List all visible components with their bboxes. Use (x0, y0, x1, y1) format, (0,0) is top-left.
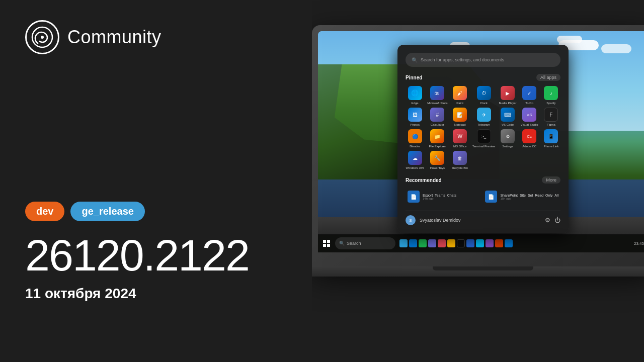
release-date: 11 октября 2024 (25, 286, 287, 302)
blender-icon: 🔵 (408, 129, 422, 143)
list-item[interactable]: ♪ Spotify (542, 86, 560, 105)
figma-icon: F (544, 108, 558, 122)
footer-icons: ⚙ ⏻ (545, 217, 560, 224)
right-panel: 🔍 Search for apps, settings, and documen… (312, 0, 644, 362)
list-item[interactable]: ✈ Telegram (472, 108, 496, 126)
taskbar-search[interactable]: 🔍 Search (335, 237, 395, 249)
list-item[interactable]: 🛍 Microsoft Store (427, 86, 447, 105)
recommended-grid: 📄 Export_Teams_Chats 14h ago 📄 SharePoin… (406, 189, 560, 205)
list-item[interactable]: 🔧 PowerToys (427, 151, 447, 169)
phone-icon: 📱 (544, 129, 558, 143)
user-avatar: S (406, 215, 416, 225)
edge-icon: 🌐 (408, 86, 422, 100)
taskbar-icon[interactable] (495, 239, 503, 247)
list-item[interactable]: 🖌 Paint (451, 86, 469, 105)
list-item[interactable]: Cc Adobe CC (520, 129, 539, 148)
list-item[interactable]: 🌐 Edge (406, 86, 424, 105)
pinned-grid: 🌐 Edge 🛍 Microsoft Store 🖌 Paint ⏱ (406, 86, 560, 169)
list-item[interactable]: 🔵 Blender (406, 129, 424, 148)
taskbar-icon[interactable] (419, 239, 427, 247)
terminal-icon: >_ (477, 129, 491, 143)
all-apps-link[interactable]: All apps (536, 74, 560, 81)
taskbar-pinned-icons (399, 239, 513, 247)
store-icon: 🛍 (430, 86, 444, 100)
vs-icon: VS (522, 108, 536, 122)
list-item[interactable]: VS Visual Studio (520, 108, 539, 126)
taskbar-icon[interactable] (438, 239, 446, 247)
taskbar-start-button[interactable] (322, 239, 331, 248)
tag-release: ge_release (70, 202, 144, 221)
list-item[interactable]: ⚙ Settings (498, 129, 517, 148)
list-item[interactable]: ⌨ VS Code (498, 108, 517, 126)
svg-rect-3 (327, 240, 330, 243)
start-menu: 🔍 Search for apps, settings, and documen… (397, 45, 569, 233)
version-number: 26120.2122 (25, 233, 287, 278)
rec-sharepoint-icon: 📄 (485, 191, 497, 203)
taskbar-icon[interactable] (476, 239, 484, 247)
taskbar-icon[interactable] (486, 239, 494, 247)
spotify-icon: ♪ (544, 86, 558, 100)
clock-icon: ⏱ (477, 86, 491, 100)
list-item[interactable]: 🖼 Photos (406, 108, 424, 126)
list-item[interactable]: 📄 Export_Teams_Chats 14h ago (406, 189, 480, 205)
more-link[interactable]: More (542, 176, 560, 184)
laptop-mockup: 🔍 Search for apps, settings, and documen… (312, 25, 644, 317)
taskbar-icon[interactable] (447, 239, 455, 247)
laptop-body: 🔍 Search for apps, settings, and documen… (312, 25, 644, 266)
list-item[interactable]: ⏱ Clock (472, 86, 496, 105)
list-item[interactable]: F Figma (542, 108, 560, 126)
start-search-bar[interactable]: 🔍 Search for apps, settings, and documen… (406, 53, 560, 67)
list-item[interactable]: ✓ To Do (520, 86, 539, 105)
list-item[interactable]: 📱 Phone Link (542, 129, 560, 148)
explorer-icon: 📁 (430, 129, 444, 143)
taskbar-icon[interactable] (457, 239, 465, 247)
list-item[interactable]: W MS Office (451, 129, 469, 148)
taskbar-icon[interactable] (466, 239, 474, 247)
list-item[interactable]: 📁 File Explorer (427, 129, 447, 148)
taskbar-icon[interactable] (505, 239, 513, 247)
taskbar-system-tray: 23:45 (634, 241, 644, 246)
adobe-icon: Cc (522, 129, 536, 143)
taskbar-icon[interactable] (399, 239, 408, 247)
todo-icon: ✓ (522, 86, 536, 100)
power-icon[interactable]: ⏻ (554, 217, 560, 224)
office-icon: W (453, 129, 467, 143)
taskbar-icon[interactable] (428, 239, 436, 247)
list-item[interactable]: # Calculator (427, 108, 447, 126)
pinned-label: Pinned (406, 75, 422, 80)
laptop-base (312, 266, 644, 277)
start-footer: S Svyatoslav Demidov ⚙ ⏻ (406, 211, 560, 225)
left-panel: Community dev ge_release 26120.2122 11 о… (0, 0, 312, 362)
rec-file-icon: 📄 (408, 191, 420, 203)
list-item[interactable]: 🗑 Recycle Bin (451, 151, 469, 169)
recommended-header: Recommended More (406, 176, 560, 184)
user-name: Svyatoslav Demidov (420, 218, 541, 223)
svg-rect-4 (323, 244, 326, 247)
laptop-screen: 🔍 Search for apps, settings, and documen… (318, 31, 644, 252)
pinned-header: Pinned All apps (406, 74, 560, 81)
calc-icon: # (430, 108, 444, 122)
taskbar: 🔍 Search (318, 234, 644, 252)
tag-dev: dev (25, 202, 64, 221)
logo-text: Community (67, 27, 162, 48)
list-item[interactable]: 📝 Notepad (451, 108, 469, 126)
powertools-icon: 🔧 (430, 151, 444, 165)
tags-row: dev ge_release (25, 202, 287, 221)
taskbar-search-label: Search (347, 241, 361, 246)
search-placeholder: Search for apps, settings, and documents (421, 57, 504, 62)
svg-rect-5 (327, 244, 330, 247)
notepad-icon: 📝 (453, 108, 467, 122)
taskbar-icon[interactable] (409, 239, 417, 247)
list-item[interactable]: ▶ Media Player (498, 86, 517, 105)
list-item[interactable]: ☁ Windows 365 (406, 151, 424, 169)
logo-area: Community (25, 20, 287, 54)
photos-icon: 🖼 (408, 108, 422, 122)
media-icon: ▶ (501, 86, 515, 100)
settings-footer-icon[interactable]: ⚙ (545, 217, 550, 224)
list-item[interactable]: >_ Terminal Preview (472, 129, 496, 148)
telegram-icon: ✈ (477, 108, 491, 122)
windows365-icon: ☁ (408, 151, 422, 165)
paint-icon: 🖌 (453, 86, 467, 100)
list-item[interactable]: 📄 SharePoint_Site_Set_Read_Only_All 15h … (483, 189, 560, 205)
taskbar-time: 23:45 (634, 241, 644, 246)
